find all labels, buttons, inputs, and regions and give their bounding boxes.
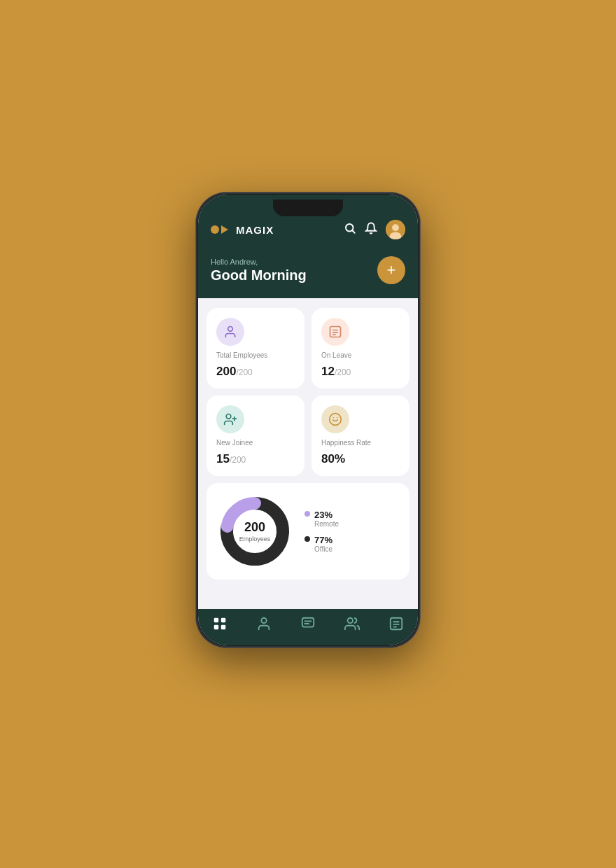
greeting-section: Hello Andrew, Good Morning +	[198, 249, 418, 298]
total-employees-icon	[216, 318, 244, 346]
nav-chat[interactable]	[300, 616, 316, 631]
main-content: Total Employees 200/200	[198, 298, 418, 609]
svg-point-3	[392, 224, 399, 231]
logo-circle	[211, 225, 219, 234]
new-joinee-label: New Joinee	[216, 439, 295, 447]
office-pct: 77%	[314, 535, 332, 545]
svg-point-10	[226, 414, 231, 419]
legend-item-office: 77% Office	[304, 535, 339, 553]
donut-label: Employees	[239, 535, 271, 542]
nav-profile[interactable]	[256, 616, 272, 631]
remote-info: 23% Remote	[314, 510, 339, 528]
stat-card-new-joinee[interactable]: New Joinee 15/200	[206, 396, 304, 476]
svg-line-1	[352, 230, 354, 232]
nav-team[interactable]	[344, 616, 360, 631]
logo-arrow	[221, 225, 228, 234]
greeting-text: Hello Andrew, Good Morning	[211, 258, 307, 284]
remote-dot	[304, 511, 310, 517]
app-name: MAGIX	[236, 224, 274, 236]
office-dot	[304, 536, 310, 542]
search-icon[interactable]	[344, 222, 356, 237]
svg-rect-18	[214, 618, 218, 622]
greeting-main: Good Morning	[211, 267, 307, 284]
phone-wrapper: MAGIX	[196, 192, 420, 648]
logo-area: MAGIX	[211, 223, 274, 237]
nav-dashboard[interactable]	[212, 616, 227, 631]
new-joinee-icon	[216, 405, 244, 433]
donut-number: 200	[239, 520, 271, 536]
on-leave-value: 12/200	[321, 365, 400, 379]
donut-chart: 200 Employees	[216, 493, 293, 570]
svg-point-26	[347, 618, 352, 623]
notch	[273, 200, 343, 216]
notification-icon[interactable]	[365, 222, 377, 237]
office-info: 77% Office	[314, 535, 332, 553]
legend-item-remote: 23% Remote	[304, 510, 339, 528]
svg-rect-21	[221, 625, 225, 629]
svg-point-13	[330, 414, 342, 426]
chart-card: 200 Employees 23% Remote	[206, 483, 410, 580]
svg-point-5	[228, 327, 233, 332]
happiness-rate-icon	[321, 405, 349, 433]
add-button[interactable]: +	[377, 256, 405, 284]
svg-rect-20	[214, 625, 218, 629]
svg-rect-19	[221, 618, 225, 622]
avatar[interactable]	[386, 220, 405, 239]
happiness-rate-label: Happiness Rate	[321, 439, 400, 447]
happiness-rate-value: 80%	[321, 452, 400, 466]
total-employees-value: 200/200	[216, 365, 295, 379]
on-leave-label: On Leave	[321, 351, 400, 359]
app-logo-icon	[211, 223, 230, 237]
header-icons	[344, 220, 405, 239]
remote-label: Remote	[314, 520, 339, 528]
stat-card-total-employees[interactable]: Total Employees 200/200	[206, 308, 304, 388]
total-employees-label: Total Employees	[216, 351, 295, 359]
office-label: Office	[314, 545, 332, 553]
bottom-nav	[198, 609, 418, 645]
stat-card-on-leave[interactable]: On Leave 12/200	[312, 308, 410, 388]
nav-tasks[interactable]	[388, 616, 404, 631]
greeting-sub: Hello Andrew,	[211, 258, 307, 266]
stats-grid: Total Employees 200/200	[206, 308, 410, 476]
phone-frame: MAGIX	[196, 192, 420, 648]
chart-legend: 23% Remote 77% Office	[304, 510, 339, 553]
donut-center: 200 Employees	[239, 520, 271, 542]
phone-screen: MAGIX	[198, 195, 418, 645]
remote-pct: 23%	[314, 510, 339, 520]
svg-point-22	[262, 618, 267, 623]
on-leave-icon	[321, 318, 349, 346]
svg-rect-23	[302, 618, 314, 627]
stat-card-happiness-rate[interactable]: Happiness Rate 80%	[312, 396, 410, 476]
new-joinee-value: 15/200	[216, 452, 295, 466]
